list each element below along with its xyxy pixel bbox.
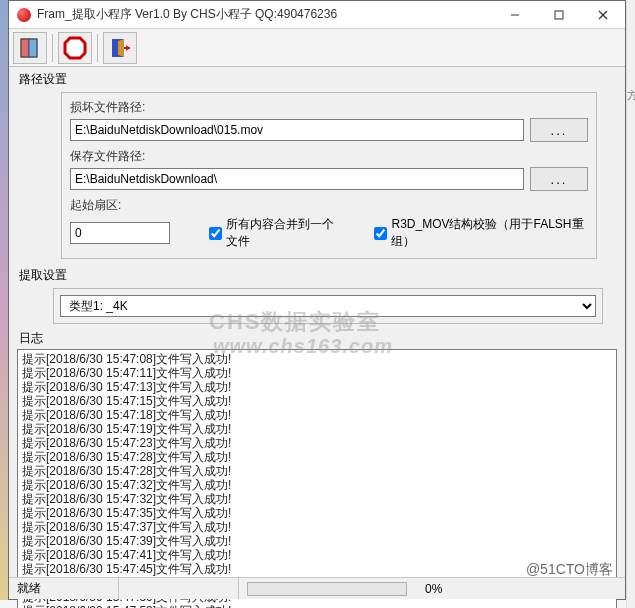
log-line: 提示[2018/6/30 15:47:18]文件写入成功!	[22, 408, 612, 422]
damaged-path-input[interactable]	[70, 119, 524, 141]
toolbar-stop-button[interactable]	[58, 32, 92, 64]
start-sector-label: 起始扇区:	[70, 197, 588, 214]
window-title: Fram_提取小程序 Ver1.0 By CHS小程子 QQ:490476236	[37, 6, 493, 23]
r3d-checkbox[interactable]	[374, 227, 387, 240]
svg-marker-11	[126, 45, 130, 51]
toolbar-open-button[interactable]	[13, 32, 47, 64]
svg-marker-9	[118, 39, 124, 57]
start-sector-input[interactable]	[70, 222, 170, 244]
type-select[interactable]: 类型1: _4K	[60, 295, 596, 317]
browse-damaged-button[interactable]: ...	[530, 118, 588, 142]
save-path-input[interactable]	[70, 168, 524, 190]
close-button[interactable]	[581, 1, 625, 29]
status-spacer	[119, 578, 239, 599]
log-line: 提示[2018/6/30 15:47:23]文件写入成功!	[22, 436, 612, 450]
left-decoration	[0, 0, 8, 600]
log-line: 提示[2018/6/30 15:47:53]文件写入成功!	[22, 604, 612, 608]
status-bar: 就绪 0%	[9, 577, 625, 599]
toolbar	[9, 29, 625, 67]
log-line: 提示[2018/6/30 15:47:32]文件写入成功!	[22, 478, 612, 492]
status-ready: 就绪	[9, 578, 119, 599]
main-window: Fram_提取小程序 Ver1.0 By CHS小程子 QQ:490476236	[8, 0, 626, 600]
log-line: 提示[2018/6/30 15:47:45]文件写入成功!	[22, 562, 612, 576]
merge-checkbox-label: 所有内容合并到一个文件	[226, 216, 346, 250]
right-decoration: 方	[626, 0, 635, 608]
svg-rect-4	[21, 39, 29, 57]
maximize-button[interactable]	[537, 1, 581, 29]
exit-door-icon	[108, 36, 132, 60]
minimize-button[interactable]	[493, 1, 537, 29]
title-bar: Fram_提取小程序 Ver1.0 By CHS小程子 QQ:490476236	[9, 1, 625, 29]
toolbar-separator	[52, 34, 53, 62]
path-settings-inner: 损坏文件路径: ... 保存文件路径: ... 起始扇区: 所有内容合并到一个文…	[61, 92, 597, 259]
log-line: 提示[2018/6/30 15:47:11]文件写入成功!	[22, 366, 612, 380]
merge-checkbox-wrap[interactable]: 所有内容合并到一个文件	[209, 216, 346, 250]
log-line: 提示[2018/6/30 15:47:35]文件写入成功!	[22, 506, 612, 520]
app-icon	[17, 8, 31, 22]
toolbar-separator	[97, 34, 98, 62]
log-line: 提示[2018/6/30 15:47:32]文件写入成功!	[22, 492, 612, 506]
r3d-checkbox-label: R3D_MOV结构校验（用于FALSH重组）	[391, 216, 588, 250]
log-line: 提示[2018/6/30 15:47:28]文件写入成功!	[22, 450, 612, 464]
extract-settings-legend: 提取设置	[19, 267, 625, 284]
log-textarea[interactable]: 提示[2018/6/30 15:47:08]文件写入成功!提示[2018/6/3…	[17, 349, 617, 608]
save-path-label: 保存文件路径:	[70, 148, 588, 165]
log-line: 提示[2018/6/30 15:47:15]文件写入成功!	[22, 394, 612, 408]
merge-checkbox[interactable]	[209, 227, 222, 240]
log-line: 提示[2018/6/30 15:47:41]文件写入成功!	[22, 548, 612, 562]
log-line: 提示[2018/6/30 15:47:37]文件写入成功!	[22, 520, 612, 534]
progress-percent: 0%	[425, 582, 442, 596]
svg-marker-7	[65, 38, 85, 58]
damaged-path-label: 损坏文件路径:	[70, 99, 588, 116]
log-line: 提示[2018/6/30 15:47:39]文件写入成功!	[22, 534, 612, 548]
log-line: 提示[2018/6/30 15:47:08]文件写入成功!	[22, 352, 612, 366]
log-line: 提示[2018/6/30 15:47:28]文件写入成功!	[22, 464, 612, 478]
path-settings-group: 路径设置 损坏文件路径: ... 保存文件路径: ... 起始扇区: 所有内容合…	[17, 71, 617, 259]
progress-bar	[247, 582, 407, 596]
browse-save-button[interactable]: ...	[530, 167, 588, 191]
r3d-checkbox-wrap[interactable]: R3D_MOV结构校验（用于FALSH重组）	[374, 216, 588, 250]
toolbar-exit-button[interactable]	[103, 32, 137, 64]
path-settings-legend: 路径设置	[19, 71, 617, 88]
svg-rect-1	[555, 11, 563, 19]
log-label: 日志	[19, 330, 625, 347]
log-line: 提示[2018/6/30 15:47:19]文件写入成功!	[22, 422, 612, 436]
extract-settings-group: 类型1: _4K	[53, 288, 603, 324]
stop-icon	[63, 36, 87, 60]
log-line: 提示[2018/6/30 15:47:13]文件写入成功!	[22, 380, 612, 394]
film-icon	[18, 36, 42, 60]
svg-rect-5	[29, 39, 37, 57]
